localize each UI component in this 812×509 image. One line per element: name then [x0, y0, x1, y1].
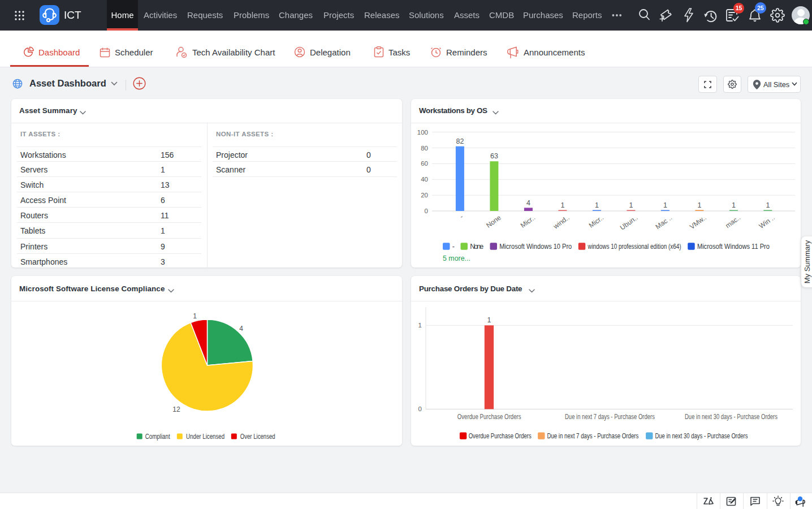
svg-text:VMw..: VMw..	[688, 214, 708, 231]
svg-text:Micr..: Micr..	[588, 214, 605, 230]
svg-text:12: 12	[172, 406, 180, 413]
svg-text:40: 40	[421, 176, 428, 183]
svg-text:Due in next 30 days - Purchase: Due in next 30 days - Purchase Orders	[655, 432, 748, 440]
svg-text:Due in next 30 days - Purchase: Due in next 30 days - Purchase Orders	[685, 413, 778, 421]
svg-text:Overdue Purchase Orders: Overdue Purchase Orders	[457, 413, 521, 421]
svg-text:-: -	[458, 213, 464, 221]
svg-text:None: None	[485, 213, 503, 229]
svg-text:Under Licensed: Under Licensed	[186, 433, 224, 441]
svg-text:1: 1	[487, 316, 491, 324]
svg-text:1: 1	[663, 201, 667, 209]
svg-text:4: 4	[239, 325, 243, 333]
svg-text:1: 1	[697, 201, 701, 209]
svg-text:0: 0	[418, 406, 422, 412]
svg-text:100: 100	[417, 129, 428, 136]
svg-text:82: 82	[456, 137, 464, 145]
svg-text:1: 1	[732, 201, 736, 209]
svg-text:63: 63	[490, 152, 498, 160]
svg-text:Microsoft Windows 11 Pro: Microsoft Windows 11 Pro	[697, 243, 770, 251]
svg-text:None: None	[470, 243, 483, 251]
svg-text:Overdue Purchase Orders: Overdue Purchase Orders	[469, 432, 532, 440]
svg-text:Compliant: Compliant	[145, 433, 170, 441]
svg-text:Over Licensed: Over Licensed	[240, 433, 275, 441]
svg-text:Micr..: Micr..	[519, 214, 537, 230]
svg-text:80: 80	[421, 145, 428, 152]
svg-text:Due in next 7 days - Purchase: Due in next 7 days - Purchase Orders	[547, 432, 638, 440]
svg-text:wind..: wind..	[551, 214, 571, 231]
svg-text:1: 1	[766, 201, 770, 209]
svg-text:20: 20	[421, 192, 428, 199]
svg-text:1: 1	[560, 201, 564, 209]
svg-text:Ubun..: Ubun..	[619, 214, 640, 232]
svg-text:1: 1	[629, 201, 633, 209]
svg-text:windows 10 professional editio: windows 10 professional edition (x64)	[588, 243, 681, 251]
svg-text:1: 1	[595, 201, 599, 209]
svg-text:1: 1	[418, 322, 422, 329]
svg-text:Win ..: Win ..	[758, 214, 776, 230]
svg-text:mac..: mac..	[724, 214, 742, 230]
svg-text:-: -	[452, 243, 455, 251]
svg-text:60: 60	[421, 160, 428, 167]
svg-text:5 more...: 5 more...	[443, 255, 470, 262]
svg-text:Due in next 7 days - Purchase: Due in next 7 days - Purchase Orders	[565, 413, 655, 421]
svg-text:0: 0	[425, 208, 428, 214]
svg-text:1: 1	[193, 312, 197, 320]
svg-text:4: 4	[526, 199, 530, 207]
svg-text:Microsoft Windows 10 Pro: Microsoft Windows 10 Pro	[499, 243, 572, 251]
svg-text:Mac ..: Mac ..	[654, 214, 674, 231]
